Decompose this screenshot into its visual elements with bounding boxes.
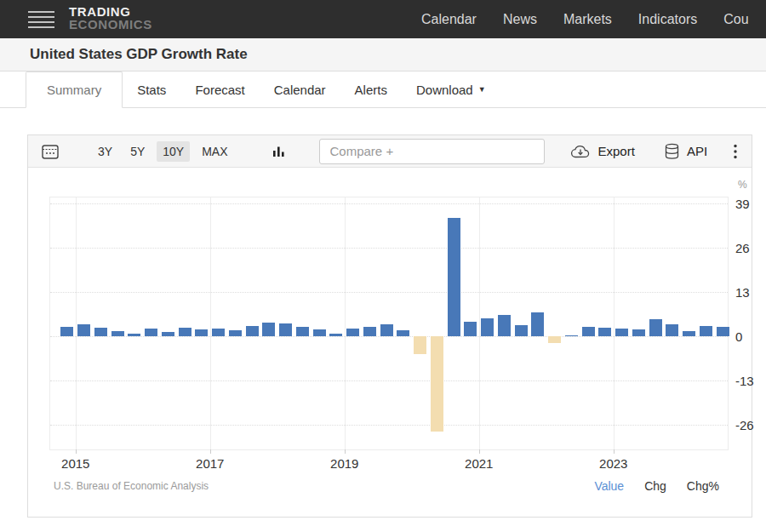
bar-2015-Q4[interactable] (128, 334, 140, 336)
y-gridline (50, 248, 728, 249)
bar-2015-Q1[interactable] (77, 324, 90, 336)
nav-item-calendar[interactable]: Calendar (421, 12, 477, 27)
logo[interactable]: TRADING ECONOMICS (69, 5, 152, 31)
y-axis-tick-label: 39 (735, 197, 750, 211)
bar-2017-Q2[interactable] (229, 330, 242, 336)
x-axis-tick (345, 449, 346, 454)
tab-summary[interactable]: Summary (26, 72, 123, 108)
bar-2018-Q3[interactable] (313, 329, 326, 336)
bar-2019-Q2[interactable] (363, 327, 376, 336)
y-gridline (50, 336, 728, 337)
logo-line2: ECONOMICS (69, 18, 152, 31)
range-3y-button[interactable]: 3Y (92, 141, 118, 162)
x-axis-tick (210, 449, 211, 454)
api-label: API (687, 144, 707, 158)
bar-2019-Q4[interactable] (397, 330, 409, 336)
bar-2023-Q3[interactable] (649, 319, 662, 336)
chevron-down-icon: ▼ (478, 85, 486, 94)
mode-chg-link[interactable]: Chg (644, 479, 666, 493)
bar-2020-Q1[interactable] (414, 336, 426, 354)
calendar-icon (41, 142, 60, 161)
date-range-calendar-button[interactable] (41, 142, 60, 161)
bar-2016-Q3[interactable] (179, 328, 192, 336)
x-axis-tick-label: 2023 (599, 456, 627, 471)
bar-2023-Q2[interactable] (632, 329, 645, 336)
bar-2023-Q4[interactable] (666, 324, 678, 336)
range-10y-button[interactable]: 10Y (157, 141, 190, 162)
top-navbar: TRADING ECONOMICS Calendar News Markets … (0, 0, 766, 38)
bar-2021-Q4[interactable] (531, 312, 544, 336)
x-gridline (614, 197, 615, 449)
bar-2022-Q1[interactable] (548, 336, 561, 343)
bar-2019-Q3[interactable] (380, 324, 393, 336)
nav-item-indicators[interactable]: Indicators (638, 12, 697, 27)
range-max-button[interactable]: MAX (196, 141, 233, 162)
bar-2017-Q4[interactable] (262, 323, 275, 336)
bar-2020-Q3[interactable] (448, 218, 460, 336)
tab-download[interactable]: Download ▼ (402, 72, 500, 107)
menu-icon[interactable] (28, 11, 54, 31)
nav-item-countries[interactable]: Cou (723, 12, 748, 27)
page-title: United States GDP Growth Rate (30, 46, 248, 63)
bar-2023-Q1[interactable] (615, 329, 628, 336)
nav-links: Calendar News Markets Indicators Cou (421, 0, 749, 38)
x-axis-tick (479, 449, 480, 454)
bar-2017-Q3[interactable] (246, 326, 259, 336)
chart-toolbar: 3Y 5Y 10Y MAX Export (28, 135, 752, 168)
bar-2016-Q1[interactable] (145, 329, 157, 336)
bar-2022-Q4[interactable] (598, 328, 611, 336)
bar-2018-Q4[interactable] (329, 334, 342, 336)
source-attribution: U.S. Bureau of Economic Analysis (54, 480, 209, 492)
bar-2018-Q1[interactable] (279, 323, 292, 336)
x-axis-tick-label: 2021 (465, 456, 493, 471)
nav-item-markets[interactable]: Markets (563, 12, 612, 27)
logo-line1: TRADING (69, 5, 152, 18)
tab-alerts[interactable]: Alerts (340, 72, 402, 107)
bar-2024-Q1[interactable] (683, 331, 695, 336)
bar-2021-Q1[interactable] (481, 318, 494, 336)
nav-item-news[interactable]: News (503, 12, 537, 27)
y-axis-tick-label: -26 (735, 418, 754, 432)
bar-2020-Q2[interactable] (431, 336, 443, 432)
tab-download-label: Download (416, 83, 473, 97)
bar-2015-Q2[interactable] (94, 328, 107, 336)
export-button[interactable]: Export (570, 144, 635, 159)
tab-forecast[interactable]: Forecast (180, 72, 259, 107)
bar-2017-Q1[interactable] (212, 329, 225, 336)
tab-stats[interactable]: Stats (123, 72, 180, 107)
bar-2022-Q2[interactable] (565, 335, 578, 337)
mode-chgpct-link[interactable]: Chg% (687, 479, 719, 493)
bar-2024-Q3[interactable] (717, 327, 729, 336)
compare-input[interactable] (319, 139, 545, 164)
chart-type-button[interactable] (272, 144, 287, 159)
tab-strip: Summary Stats Forecast Calendar Alerts D… (0, 72, 766, 108)
x-axis-tick (614, 449, 615, 454)
x-axis-tick-label: 2015 (61, 456, 89, 471)
mode-links: Value Chg Chg% (594, 479, 719, 493)
y-axis-unit: % (738, 179, 747, 191)
bar-2022-Q3[interactable] (582, 327, 595, 336)
bar-2015-Q3[interactable] (111, 331, 124, 336)
bar-2016-Q4[interactable] (195, 329, 208, 336)
bar-2014-Q4[interactable] (60, 327, 73, 336)
tab-stats-label: Stats (137, 83, 166, 97)
x-axis-tick-label: 2017 (196, 456, 224, 471)
tab-calendar[interactable]: Calendar (260, 72, 340, 107)
x-axis-tick-label: 2019 (330, 456, 358, 471)
range-buttons: 3Y 5Y 10Y MAX (92, 141, 234, 162)
bar-2021-Q2[interactable] (498, 315, 511, 336)
api-button[interactable]: API (664, 143, 707, 160)
range-5y-button[interactable]: 5Y (124, 141, 151, 162)
tab-summary-label: Summary (47, 83, 101, 97)
export-label: Export (598, 144, 635, 158)
bar-2024-Q2[interactable] (700, 326, 712, 336)
plot-area: 3926130-13-26%20152017201920212023 (49, 197, 729, 450)
mode-value-link[interactable]: Value (594, 479, 624, 493)
bar-2019-Q1[interactable] (346, 329, 359, 336)
bar-2018-Q2[interactable] (296, 327, 309, 336)
chart-footer: U.S. Bureau of Economic Analysis Value C… (54, 479, 719, 493)
bar-2016-Q2[interactable] (162, 332, 174, 336)
bar-2020-Q4[interactable] (464, 322, 477, 336)
more-options-button[interactable] (733, 143, 738, 160)
bar-2021-Q3[interactable] (515, 325, 528, 336)
